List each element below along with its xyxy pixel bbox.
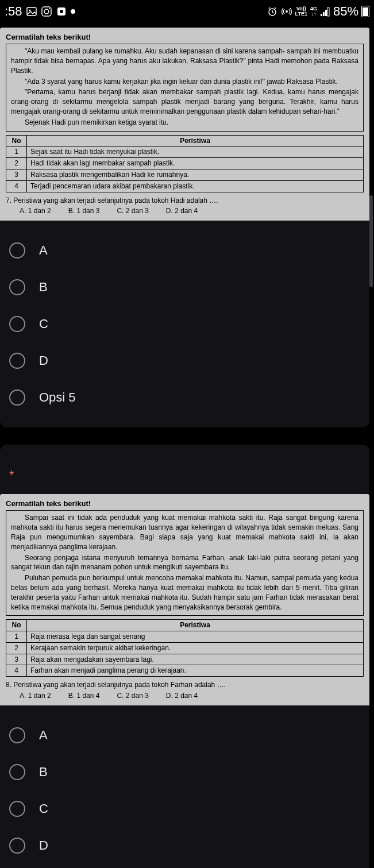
q8-th-no: No — [6, 620, 27, 631]
status-right: Vo)) LTE1 4G ↓↑ 85% — [267, 4, 369, 19]
table-row: 2Kerajaan semakin terpuruk akibat kekeri… — [6, 642, 364, 654]
table-row: 3Raksasa plastik mengembalikan Hadi ke r… — [6, 169, 364, 180]
svg-rect-12 — [327, 7, 329, 16]
network-type-icon: 4G ↓↑ — [310, 6, 317, 17]
volte-icon: Vo)) LTE1 — [295, 6, 307, 17]
hotspot-icon — [281, 6, 292, 17]
q8-p2: Seorang penjaga istana menyuruh temannya… — [11, 553, 358, 573]
gallery-icon — [26, 6, 37, 17]
more-notifications-icon — [71, 9, 75, 14]
q7-option-5[interactable]: Opsi 5 — [0, 379, 369, 416]
q8-option-a[interactable]: A — [0, 717, 369, 754]
radio-icon — [9, 801, 25, 817]
svg-point-8 — [286, 10, 288, 13]
question-7-card: Cermatilah teks berikut! "Aku mau kembal… — [0, 28, 369, 427]
q7-table: No Peristiwa 1Sejak saat itu Hadi tidak … — [6, 135, 364, 192]
option-label: B — [39, 280, 48, 295]
q8-heading: Cermatilah teks berikut! — [6, 499, 364, 509]
q7-text-box: "Aku mau kembali pulang ke rumahku. Aku … — [6, 44, 364, 131]
q7-th-no: No — [6, 135, 27, 146]
table-row: 3Raja akan mengadakan sayembara lagi. — [6, 654, 364, 665]
q8-question-text: 8. Peristiwa yang akan terjadi selanjutn… — [6, 680, 364, 690]
status-left: :58 — [5, 4, 75, 19]
status-time: :58 — [5, 4, 22, 19]
signal-icon — [320, 6, 330, 17]
option-label: A — [39, 243, 48, 258]
question-8-card: * Cermatilah teks berikut! Sampai saat i… — [0, 445, 369, 868]
table-row: 1Raja merasa lega dan sangat senang — [6, 631, 364, 643]
svg-rect-11 — [325, 10, 327, 16]
option-label: D — [39, 353, 48, 368]
q7-p2: "Ada 3 syarat yang harus kamu kerjakan j… — [11, 77, 358, 87]
app-icon — [56, 6, 67, 17]
radio-icon — [9, 838, 25, 854]
table-row: 1Sejak saat itu Hadi tidak menyukai plas… — [6, 146, 364, 158]
radio-icon — [9, 316, 25, 332]
instagram-icon — [41, 6, 52, 17]
battery-percent: 85% — [333, 4, 358, 19]
radio-icon — [9, 727, 25, 743]
option-label: Opsi 5 — [39, 390, 76, 405]
q7-th-peristiwa: Peristiwa — [27, 135, 364, 146]
option-label: C — [39, 317, 48, 331]
radio-icon — [9, 279, 25, 295]
q7-heading: Cermatilah teks berikut! — [6, 32, 364, 43]
radio-icon — [9, 242, 25, 259]
q7-p3: "Pertama, kamu harus berjanji tidak akan… — [11, 87, 358, 116]
option-label: D — [39, 838, 48, 853]
q8-th-peristiwa: Peristiwa — [27, 620, 364, 631]
q7-option-c[interactable]: C — [0, 306, 369, 342]
table-row: 2Hadi tidak akan lagi membakar sampah pl… — [6, 158, 364, 169]
option-label: C — [39, 801, 48, 816]
q7-question-text: 7. Peristiwa yang akan terjadi selanjutn… — [6, 196, 364, 206]
svg-point-3 — [44, 9, 49, 14]
q7-p4: Sejenak Hadi pun memikirkan ketiga syara… — [11, 118, 358, 128]
svg-rect-0 — [27, 7, 36, 16]
option-label: A — [39, 728, 48, 743]
question-8-image: Cermatilah teks berikut! Sampai saat ini… — [0, 494, 369, 705]
battery-icon — [361, 6, 369, 17]
q7-option-b[interactable]: B — [0, 269, 369, 306]
required-asterisk: * — [0, 445, 369, 494]
q8-image-options: A. 1 dan 2 B. 1 dan 4 C. 2 dan 3 D. 2 da… — [6, 691, 364, 701]
q8-p1: Sampai saat ini tidak ada penduduk yang … — [11, 513, 358, 551]
svg-point-6 — [60, 10, 63, 13]
table-row: 4Farhan akan menjadi panglima perang di … — [6, 665, 364, 677]
q8-table: No Peristiwa 1Raja merasa lega dan sanga… — [6, 619, 364, 677]
radio-icon — [9, 389, 25, 406]
q7-p1: "Aku mau kembali pulang ke rumahku. Aku … — [11, 47, 358, 75]
q8-p3: Puluhan pemuda pun berkumpul untuk menco… — [11, 573, 358, 612]
q7-image-options: A. 1 dan 2 B. 1 dan 3 C. 2 dan 3 D. 2 da… — [6, 206, 364, 216]
option-label: B — [39, 765, 48, 780]
status-bar: :58 Vo)) LTE1 4G ↓↑ 85% — [0, 0, 374, 23]
q8-option-c[interactable]: C — [0, 790, 369, 827]
svg-rect-10 — [323, 12, 325, 16]
radio-icon — [9, 764, 25, 780]
q8-option-b[interactable]: B — [0, 754, 369, 790]
alarm-icon — [267, 6, 278, 17]
q7-option-a[interactable]: A — [0, 232, 369, 269]
table-row: 4Terjadi pencemaran udara akibat pembaka… — [6, 180, 364, 192]
svg-point-4 — [49, 8, 50, 9]
scrollbar[interactable] — [369, 195, 373, 287]
question-7-image: Cermatilah teks berikut! "Aku mau kembal… — [0, 28, 369, 221]
radio-icon — [9, 353, 25, 369]
q7-option-d[interactable]: D — [0, 342, 369, 379]
q8-text-box: Sampai saat ini tidak ada penduduk yang … — [6, 510, 364, 616]
q8-option-d[interactable]: D — [0, 827, 369, 864]
svg-rect-9 — [321, 14, 322, 16]
